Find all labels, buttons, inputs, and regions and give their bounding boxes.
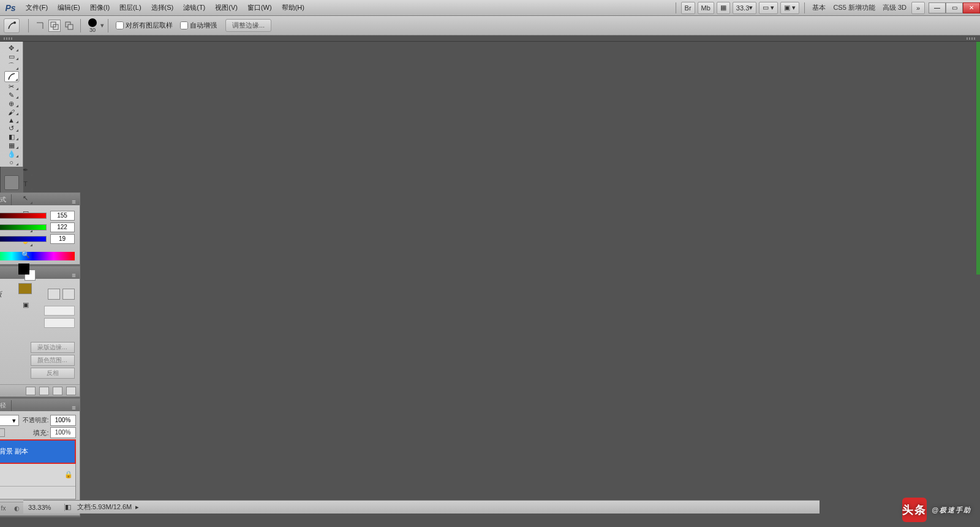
menu-edit[interactable]: 编辑(E) — [53, 0, 85, 16]
ps-logo: Ps — [0, 0, 21, 16]
menu-help[interactable]: 帮助(H) — [277, 0, 309, 16]
bridge-button[interactable]: Br — [681, 2, 695, 14]
b-value[interactable]: 19 — [50, 234, 75, 244]
workspace-more[interactable]: » — [911, 2, 925, 14]
mask-panel: 调整 蒙版 ≡ 未选择蒙版 浓度: 羽化: 调整: 蒙版边缘... 颜色范围..… — [0, 266, 80, 397]
mask-footer-icon[interactable] — [53, 387, 62, 395]
menu-window[interactable]: 窗口(W) — [243, 0, 277, 16]
mask-footer-icon[interactable] — [26, 387, 36, 395]
color-spectrum[interactable] — [0, 252, 75, 260]
workspace-cs5[interactable]: CS5 新增功能 — [829, 3, 878, 12]
minimize-button[interactable]: — — [929, 2, 946, 13]
pen-tool[interactable]: ✒ — [18, 163, 33, 176]
path-tool[interactable]: ↖ — [18, 191, 33, 205]
menu-image[interactable]: 图像(I) — [85, 0, 115, 16]
panel-menu-icon[interactable]: ≡ — [69, 404, 80, 411]
brush-preview-icon[interactable] — [88, 18, 97, 27]
svg-point-0 — [13, 21, 16, 24]
close-button[interactable]: ✕ — [963, 2, 980, 13]
auto-enhance-checkbox[interactable]: 自动增强 — [180, 21, 217, 30]
panels-column: 颜色 色板 样式 ≡ R155 G122 B19 调整 — [0, 192, 80, 517]
new-selection-icon[interactable] — [34, 20, 46, 32]
opacity-label: 不透明度: — [23, 416, 49, 425]
type-tool[interactable]: T — [18, 177, 33, 191]
mask-icon[interactable]: ◐ — [12, 505, 22, 514]
b-slider[interactable] — [0, 236, 47, 242]
brush-size-label: 30 — [89, 27, 96, 33]
menu-view[interactable]: 视图(V) — [210, 0, 243, 16]
panel-menu-icon[interactable]: ≡ — [69, 198, 80, 205]
options-bar: 30 ▾ 对所有图层取样 自动增强 调整边缘... — [0, 16, 980, 36]
blur-tool[interactable]: 💧 — [4, 150, 19, 158]
lasso-tool[interactable]: ⌒ — [4, 61, 19, 70]
menu-filter[interactable]: 滤镜(T) — [178, 0, 210, 16]
color-swatches[interactable] — [18, 264, 36, 281]
color-range-button: 颜色范围... — [31, 355, 75, 366]
accent-bar — [976, 42, 980, 275]
current-tool-icon[interactable] — [4, 18, 20, 33]
lock-all-icon[interactable] — [0, 428, 5, 437]
brush-tool[interactable]: 🖌 — [4, 108, 19, 116]
crop-tool[interactable]: ✂ — [4, 83, 19, 91]
healing-tool[interactable]: ⊕ — [4, 100, 19, 108]
pixel-mask-icon[interactable] — [48, 289, 60, 300]
eyedropper-tool[interactable]: ✎ — [4, 91, 19, 99]
trash-icon[interactable] — [66, 387, 76, 395]
quick-selection-tool[interactable] — [4, 71, 19, 82]
screen-mode-tool[interactable]: ▣ — [18, 298, 33, 311]
menu-layer[interactable]: 图层(L) — [115, 0, 146, 16]
eraser-tool[interactable]: ◧ — [4, 133, 19, 141]
fill-value[interactable]: 100% — [50, 427, 76, 438]
layer-row[interactable]: 背景 🔒 — [0, 463, 75, 487]
zoom-level[interactable]: 33.3 ▾ — [733, 2, 756, 14]
workspace-basic[interactable]: 基本 — [809, 3, 829, 12]
layer-row[interactable]: 👁 背景 副本 — [0, 440, 75, 463]
screen-mode-button[interactable]: ▦ — [717, 2, 730, 14]
blend-mode-select[interactable]: 正常▾ — [0, 415, 19, 426]
add-selection-icon[interactable] — [48, 20, 61, 32]
mask-footer-icon[interactable] — [39, 387, 49, 395]
fx-icon[interactable]: fx — [0, 505, 9, 514]
fill-label: 填充: — [33, 428, 48, 438]
zoom-tool[interactable]: 🔍 — [18, 248, 33, 261]
g-slider[interactable] — [0, 224, 47, 230]
vector-mask-icon[interactable] — [62, 289, 75, 300]
sample-all-layers-checkbox[interactable]: 对所有图层取样 — [116, 21, 173, 30]
r-slider[interactable] — [0, 213, 47, 219]
layer-name[interactable]: 背景 副本 — [0, 447, 28, 456]
tab-paths[interactable]: 路径 — [0, 400, 12, 411]
subtract-selection-icon[interactable] — [63, 20, 75, 32]
r-value[interactable]: 155 — [50, 211, 75, 221]
workspace-3d[interactable]: 高级 3D — [879, 3, 910, 12]
minibridge-button[interactable]: Mb — [698, 2, 714, 14]
dodge-tool[interactable]: ○ ✒ T ↖ ▭ ◐ ✋ 🔍 ▣ — [4, 159, 19, 166]
menu-file[interactable]: 文件(F) — [21, 0, 53, 16]
status-doc-size[interactable]: 文档:5.93M/12.6M — [77, 502, 132, 512]
history-brush-tool[interactable]: ↺ — [4, 124, 19, 132]
foreground-color[interactable] — [18, 264, 29, 275]
lock-icon: 🔒 — [64, 471, 73, 479]
separator — [80, 19, 81, 32]
gradient-tool[interactable]: ▦ — [4, 142, 19, 150]
arrange-button[interactable]: ▭ ▾ — [759, 2, 778, 14]
marquee-tool[interactable]: ▭ — [4, 53, 19, 61]
tab-styles[interactable]: 样式 — [0, 194, 12, 205]
status-zoom[interactable]: 33.33% — [28, 504, 65, 511]
status-doc-icon[interactable]: ◧ — [65, 503, 71, 511]
dock-icon[interactable] — [4, 175, 19, 190]
color-panel: 颜色 色板 样式 ≡ R155 G122 B19 — [0, 192, 80, 265]
screen-button[interactable]: ▣ ▾ — [780, 2, 799, 14]
menu-select[interactable]: 选择(S) — [146, 0, 179, 16]
move-tool[interactable]: ✥ — [4, 44, 19, 52]
collapse-strip[interactable] — [0, 36, 980, 42]
stamp-tool[interactable]: ▲ — [4, 116, 19, 124]
opacity-value[interactable]: 100% — [50, 415, 76, 426]
refine-edge-button[interactable]: 调整边缘... — [225, 19, 271, 32]
g-value[interactable]: 122 — [50, 222, 75, 232]
panel-menu-icon[interactable]: ≡ — [69, 271, 80, 279]
maximize-button[interactable]: ▭ — [946, 2, 963, 13]
quick-mask[interactable] — [18, 283, 32, 294]
density-input — [44, 306, 75, 316]
status-arrow-icon[interactable]: ▸ — [135, 503, 139, 511]
toolbox: ✥ ▭ ⌒ ✂ ✎ ⊕ 🖌 ▲ ↺ ◧ ▦ 💧 ○ ✒ T ↖ ▭ ◐ ✋ 🔍 … — [0, 42, 23, 507]
